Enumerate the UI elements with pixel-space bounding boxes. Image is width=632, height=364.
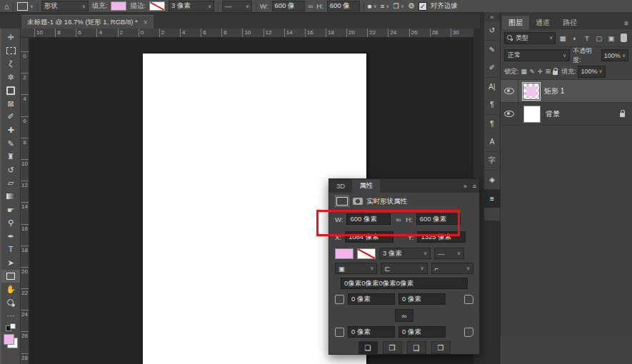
- edit-toolbar-icon[interactable]: ···: [1, 309, 20, 323]
- combine-shapes-button[interactable]: ❏: [358, 341, 378, 354]
- foreground-color-swatch[interactable]: [4, 334, 14, 345]
- eyedropper-tool-icon[interactable]: ✐: [1, 111, 20, 124]
- tool-mode-dropdown[interactable]: 形状 ∨: [41, 1, 89, 11]
- eraser-tool-icon[interactable]: ▱: [1, 177, 20, 191]
- history-panel-icon[interactable]: ↺: [484, 21, 500, 40]
- frame-tool-icon[interactable]: ⊠: [1, 97, 20, 111]
- y-field[interactable]: 1325 像素: [417, 231, 466, 243]
- layer-name[interactable]: 矩形 1: [544, 86, 632, 96]
- swap-colors-icon[interactable]: [6, 324, 16, 331]
- clone-stamp-tool-icon[interactable]: ♜: [1, 150, 20, 163]
- gear-icon[interactable]: ⚙: [408, 1, 415, 11]
- radius-summary-field[interactable]: 0像素0像素0像素0像素: [341, 278, 468, 289]
- stroke-corner-dropdown[interactable]: ⌐ ∨: [431, 263, 473, 274]
- lock-pixels-icon[interactable]: ✎: [530, 68, 535, 75]
- stroke-style-dropdown[interactable]: — ∨: [434, 248, 464, 259]
- fill-color-swatch[interactable]: [335, 248, 353, 259]
- layer-name[interactable]: 背景: [546, 109, 620, 119]
- lock-all-icon[interactable]: [553, 71, 558, 75]
- radius-bottom-right-field[interactable]: 0 像素: [398, 326, 446, 338]
- healing-brush-tool-icon[interactable]: ✚: [1, 123, 20, 137]
- stroke-width-dropdown[interactable]: 3 像素 ∨: [379, 248, 431, 259]
- brushes-panel-icon[interactable]: ✐: [484, 59, 500, 77]
- close-icon[interactable]: ×: [144, 19, 148, 26]
- shape-properties-icon[interactable]: [336, 197, 348, 206]
- link-dimensions-icon[interactable]: ∞: [309, 2, 314, 10]
- x-field[interactable]: 1084 像素: [345, 231, 393, 243]
- tab-properties[interactable]: 属性: [352, 179, 380, 193]
- rectangle-tool-icon[interactable]: [1, 270, 20, 283]
- panel-menu-icon[interactable]: ≡: [470, 179, 479, 193]
- filter-type-layers-icon[interactable]: T: [581, 33, 593, 44]
- visibility-cell[interactable]: [501, 103, 518, 125]
- stroke-color-swatch[interactable]: [357, 248, 376, 259]
- collapse-panel-icon[interactable]: »: [461, 179, 470, 193]
- corner-bottom-right-icon[interactable]: [464, 328, 473, 337]
- 3d-panel-icon[interactable]: ◈: [484, 170, 500, 189]
- marquee-tool-icon[interactable]: [1, 44, 20, 58]
- document-tab[interactable]: 未标题-1 @ 16.7% (矩形 1, RGB/8) * ×: [21, 15, 154, 29]
- quick-selection-tool-icon[interactable]: ✲: [1, 71, 20, 84]
- corner-top-right-icon[interactable]: [464, 295, 473, 304]
- radius-top-left-field[interactable]: 0 像素: [348, 293, 395, 305]
- character-styles-panel-icon[interactable]: A: [484, 133, 500, 151]
- glyphs-panel-icon[interactable]: 字: [484, 151, 500, 171]
- crop-tool-icon[interactable]: [1, 84, 20, 97]
- stroke-align-dropdown[interactable]: ▣ ∨: [335, 263, 377, 274]
- path-operations-button[interactable]: ■ ∨: [368, 2, 377, 10]
- corner-bottom-left-icon[interactable]: [335, 328, 344, 337]
- stroke-style-dropdown[interactable]: — ∨: [222, 1, 252, 11]
- radius-top-right-field[interactable]: 0 像素: [398, 293, 446, 305]
- exclude-shapes-button[interactable]: ❒: [431, 341, 451, 354]
- gradient-tool-icon[interactable]: [1, 190, 20, 203]
- tab-3d[interactable]: 3D: [329, 179, 352, 193]
- path-arrangement-button[interactable]: ❐ ∨: [393, 2, 404, 10]
- brush-settings-panel-icon[interactable]: ✎: [484, 40, 500, 59]
- character-panel-icon[interactable]: A|: [484, 77, 500, 96]
- lasso-tool-icon[interactable]: ζ: [1, 57, 20, 71]
- stroke-width-dropdown[interactable]: 3 像素 ∨: [169, 1, 214, 11]
- filter-adjustment-layers-icon[interactable]: ◐: [569, 33, 581, 44]
- layer-thumbnail[interactable]: [523, 84, 539, 99]
- stroke-cap-dropdown[interactable]: ⊏ ∨: [381, 263, 427, 274]
- width-field[interactable]: 600 像素: [346, 213, 391, 225]
- filter-type-dropdown[interactable]: 类型 ∨: [504, 32, 556, 44]
- expand-panels-icon[interactable]: «: [484, 12, 500, 21]
- type-tool-icon[interactable]: T: [1, 243, 20, 257]
- subtract-front-shape-button[interactable]: ❐: [383, 341, 402, 354]
- lock-position-icon[interactable]: ✛: [538, 68, 543, 75]
- align-edges-checkbox[interactable]: ✓: [418, 2, 427, 11]
- intersect-shapes-button[interactable]: ❑: [407, 341, 426, 354]
- width-field[interactable]: 600 像: [272, 1, 305, 11]
- lock-artboard-icon[interactable]: ⊞: [546, 68, 551, 75]
- paragraph-panel-icon[interactable]: ¶: [484, 96, 500, 114]
- tab-channels[interactable]: 通道: [529, 16, 556, 29]
- height-field[interactable]: 600 像: [327, 1, 360, 11]
- zoom-tool-icon[interactable]: [1, 296, 20, 310]
- tool-preset-button[interactable]: ∨: [17, 2, 34, 11]
- filter-pixel-layers-icon[interactable]: ▦: [557, 33, 568, 44]
- properties-panel-icon[interactable]: ≡: [484, 189, 500, 208]
- filter-toggle[interactable]: [621, 34, 627, 42]
- smudge-tool-icon[interactable]: ☛: [1, 203, 20, 217]
- fill-dropdown[interactable]: 100% ∨: [578, 66, 605, 78]
- fill-color-swatch[interactable]: [111, 1, 126, 11]
- mask-properties-icon[interactable]: [353, 198, 363, 205]
- filter-shape-layers-icon[interactable]: ▢: [593, 33, 605, 44]
- brush-tool-icon[interactable]: ✎: [1, 137, 20, 151]
- paragraph-styles-panel-icon[interactable]: ¶: [484, 114, 500, 133]
- panel-menu-icon[interactable]: ≡: [624, 19, 632, 29]
- pen-tool-icon[interactable]: ✒: [1, 230, 20, 243]
- link-radius-button[interactable]: ∞: [395, 309, 413, 322]
- link-dimensions-icon[interactable]: ∞: [394, 216, 402, 223]
- height-field[interactable]: 600 像素: [416, 213, 461, 225]
- radius-bottom-left-field[interactable]: 0 像素: [348, 326, 395, 338]
- move-tool-icon[interactable]: ✛: [1, 31, 20, 44]
- layer-row-rectangle[interactable]: 矩形 1: [501, 80, 632, 103]
- visibility-cell[interactable]: [501, 80, 518, 102]
- filter-smart-objects-icon[interactable]: ▣: [606, 33, 617, 44]
- history-brush-tool-icon[interactable]: ↺: [1, 163, 20, 177]
- blend-mode-dropdown[interactable]: 正常 ∨: [504, 49, 570, 61]
- tab-paths[interactable]: 路径: [556, 16, 583, 29]
- layer-thumbnail[interactable]: [523, 106, 541, 123]
